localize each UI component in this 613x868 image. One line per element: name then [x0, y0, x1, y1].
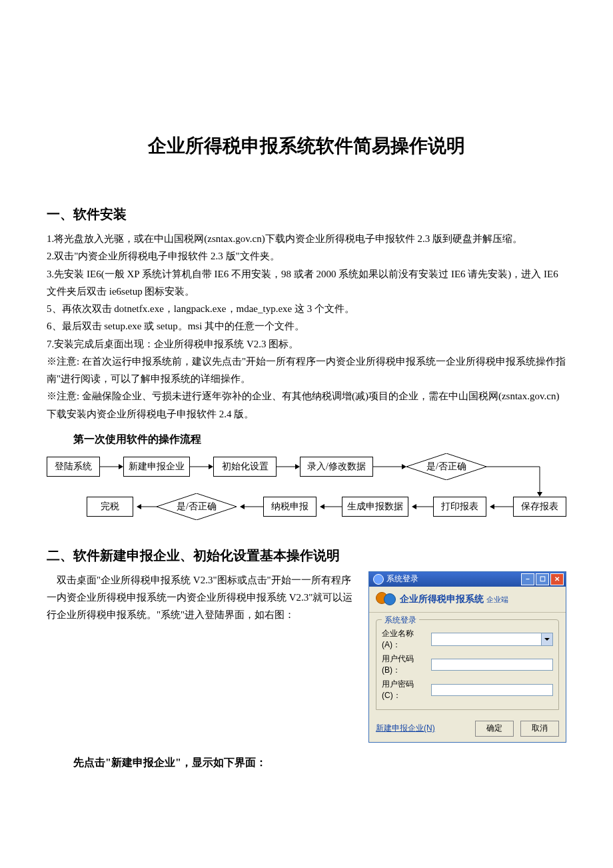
flow-box-input: 录入/修改数据	[300, 457, 373, 477]
company-select[interactable]	[431, 633, 553, 646]
svg-marker-14	[412, 504, 416, 509]
svg-marker-7	[295, 464, 300, 469]
flow-box-print: 打印报表	[433, 497, 486, 517]
svg-marker-9	[402, 464, 406, 469]
section1-heading: 一、软件安装	[47, 205, 566, 223]
s1-p2: 2.双击"内资企业所得税电子申报软件 2.3 版"文件夹。	[47, 247, 566, 265]
flow-diamond-check1: 是/否正确	[406, 453, 486, 480]
s1-note2: ※注意: 金融保险企业、亏损未进行逐年弥补的企业、有其他纳税调增(减)项目的企业…	[47, 387, 566, 423]
label-password: 用户密码(C)：	[382, 679, 428, 701]
flow-diamond-check2: 是/否正确	[157, 493, 237, 520]
login-form: 系统登录 企业名称(A)： 用户代码(B)： 用户密码(C)：	[376, 619, 559, 710]
s1-p5: 5、再依次双击 dotnetfx.exe，langpack.exe，mdae_t…	[47, 300, 566, 317]
svg-marker-18	[240, 504, 245, 509]
flowchart-heading: 第一次使用软件的操作流程	[73, 433, 566, 447]
login-title-icon	[373, 574, 384, 585]
s1-note1: ※注意: 在首次运行申报系统前，建议先点击"开始一所有程序一内资企业所得税申报系…	[47, 353, 566, 388]
svg-marker-5	[209, 464, 213, 469]
login-header: 企业所得税申报系统 企业端	[369, 587, 566, 613]
flow-box-done: 完税	[87, 497, 133, 517]
flow-box-init: 初始化设置	[213, 457, 277, 477]
flow-box-report: 纳税申报	[263, 497, 316, 517]
section1-body: 1.将光盘放入光驱，或在中山国税网(zsntax.gov.cn)下载内资企业所得…	[47, 230, 566, 423]
label-company: 企业名称(A)：	[382, 628, 428, 651]
flow-check2-label: 是/否正确	[177, 501, 217, 513]
document-title: 企业所得税申报系统软件简易操作说明	[47, 133, 566, 159]
chevron-down-icon[interactable]	[541, 633, 552, 645]
svg-marker-12	[490, 504, 494, 509]
flow-box-gen: 生成申报数据	[342, 497, 408, 517]
svg-marker-10	[537, 492, 542, 497]
maximize-button[interactable]: ☐	[536, 573, 549, 585]
login-group-title: 系统登录	[382, 615, 419, 626]
label-userid: 用户代码(B)：	[382, 653, 428, 676]
minimize-button[interactable]: –	[521, 573, 534, 585]
flow-check1-label: 是/否正确	[426, 461, 466, 473]
section2-para: 双击桌面"企业所得税申报系统 V2.3"图标或点击"开始一一所有程序一内资企业所…	[47, 571, 358, 624]
s1-p6: 6、最后双击 setup.exe 或 setup。msi 其中的任意一个文件。	[47, 317, 566, 335]
s1-p7: 7.安装完成后桌面出现：企业所得税申报系统 V2.3 图标。	[47, 335, 566, 353]
s1-p1: 1.将光盘放入光驱，或在中山国税网(zsntax.gov.cn)下载内资企业所得…	[47, 230, 566, 247]
password-input[interactable]	[431, 684, 553, 696]
section2-closing: 先点击"新建申报企业"，显示如下界面：	[73, 756, 566, 770]
flow-box-new: 新建申报企业	[123, 457, 190, 477]
svg-marker-16	[320, 504, 324, 509]
login-header-main: 企业所得税申报系统	[400, 593, 484, 604]
cancel-button[interactable]: 取消	[520, 721, 559, 737]
section2-heading: 二、软件新建申报企业、初始化设置基本操作说明	[47, 547, 566, 565]
s1-p3: 3.先安装 IE6(一般 XP 系统计算机自带 IE6 不用安装，98 或者 2…	[47, 265, 566, 301]
close-button[interactable]: ✕	[550, 573, 564, 585]
userid-input[interactable]	[431, 659, 553, 671]
login-window: 系统登录 – ☐ ✕ 企业所得税申报系统 企业端 系统登录 企业名称(A)：	[368, 571, 566, 743]
login-title-text: 系统登录	[386, 573, 418, 585]
new-company-link[interactable]: 新建申报企业(N)	[376, 723, 435, 734]
login-header-sub: 企业端	[486, 595, 508, 603]
flow-box-login: 登陆系统	[47, 457, 100, 477]
login-titlebar: 系统登录 – ☐ ✕	[369, 572, 566, 587]
svg-marker-3	[119, 464, 123, 469]
svg-marker-20	[137, 504, 141, 509]
flowchart: 登陆系统 新建申报企业 初始化设置 录入/修改数据 是/否正确 保存报表 打印报…	[47, 453, 566, 533]
people-icon	[376, 591, 396, 608]
ok-button[interactable]: 确定	[475, 721, 514, 737]
